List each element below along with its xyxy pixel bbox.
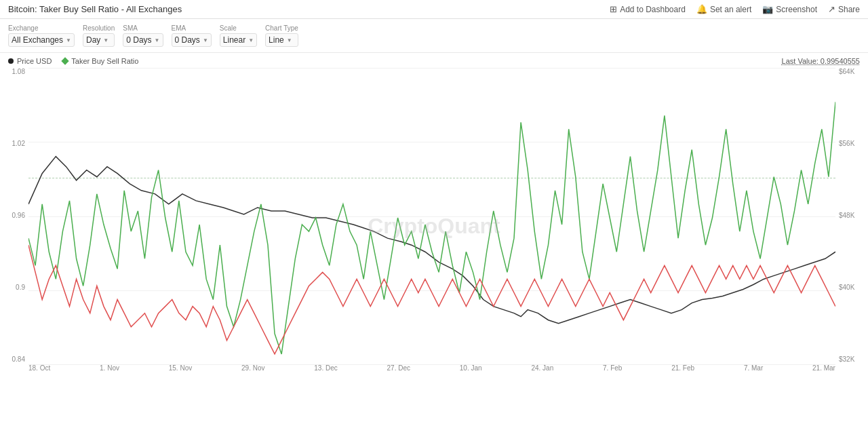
ema-control: EMA 0 Days ▼: [172, 24, 212, 47]
x-label-4: 13. Dec: [314, 364, 337, 372]
taker-ratio-line: [28, 102, 835, 354]
x-label-11: 21. Mar: [812, 364, 835, 372]
x-label-8: 7. Feb: [603, 364, 622, 372]
chart-type-control: Chart Type Line ▼: [265, 24, 298, 47]
sma-label: SMA: [123, 24, 163, 32]
y-right-label-2: $48K: [839, 212, 854, 219]
chart-svg: [28, 68, 835, 364]
y-right-label-0: $64K: [839, 68, 854, 75]
chevron-down-icon: ▼: [248, 37, 254, 43]
x-label-5: 27. Dec: [387, 364, 410, 372]
chart-type-select[interactable]: Line ▼: [265, 33, 298, 47]
chart-type-label: Chart Type: [265, 24, 298, 32]
y-right-label-1: $56K: [839, 140, 854, 147]
x-label-9: 21. Feb: [671, 364, 694, 372]
x-label-7: 24. Jan: [531, 364, 553, 372]
ema-label: EMA: [172, 24, 212, 32]
exchange-select[interactable]: All Exchanges ▼: [8, 33, 75, 47]
chevron-down-icon: ▼: [66, 37, 71, 43]
set-alert-button[interactable]: 🔔 Set an alert: [696, 4, 751, 14]
taker-ratio-diamond: [62, 57, 69, 64]
resolution-select[interactable]: Day ▼: [83, 33, 115, 47]
chevron-down-icon: ▼: [103, 37, 108, 43]
price-usd-dot: [8, 58, 14, 64]
legend-bar: Price USD Taker Buy Sell Ratio Last Valu…: [0, 53, 868, 68]
y-left-label-2: 0.96: [12, 212, 25, 219]
x-axis: 18. Oct 1. Nov 15. Nov 29. Nov 13. Dec 2…: [28, 364, 835, 383]
scale-control: Scale Linear ▼: [220, 24, 257, 47]
x-label-0: 18. Oct: [28, 364, 50, 372]
y-right-label-3: $40K: [839, 284, 854, 291]
scale-label: Scale: [220, 24, 257, 32]
header-actions: ⊞ Add to Dashboard 🔔 Set an alert 📷 Scre…: [610, 4, 860, 14]
dashboard-icon: ⊞: [610, 4, 617, 14]
scale-select[interactable]: Linear ▼: [220, 33, 257, 47]
y-axis-left: 1.08 1.02 0.96 0.9 0.84: [0, 68, 28, 363]
legend-items: Price USD Taker Buy Sell Ratio: [8, 57, 138, 65]
sell-ratio-line: [28, 245, 835, 354]
resolution-label: Resolution: [83, 24, 115, 32]
bell-icon: 🔔: [696, 4, 707, 14]
exchange-label: Exchange: [8, 24, 75, 32]
exchange-control: Exchange All Exchanges ▼: [8, 24, 75, 47]
legend-taker-ratio: Taker Buy Sell Ratio: [62, 57, 138, 65]
x-label-10: 7. Mar: [744, 364, 763, 372]
x-label-3: 29. Nov: [241, 364, 264, 372]
x-label-2: 15. Nov: [169, 364, 192, 372]
controls-bar: Exchange All Exchanges ▼ Resolution Day …: [0, 19, 868, 53]
ema-select[interactable]: 0 Days ▼: [172, 33, 212, 47]
x-label-6: 10. Jan: [460, 364, 482, 372]
chevron-down-icon: ▼: [287, 37, 292, 43]
share-icon: ↗: [828, 4, 835, 14]
page-title: Bitcoin: Taker Buy Sell Ratio - All Exch…: [8, 4, 182, 14]
camera-icon: 📷: [762, 4, 773, 14]
sma-select[interactable]: 0 Days ▼: [123, 33, 163, 47]
price-usd-line: [28, 157, 835, 324]
header-bar: Bitcoin: Taker Buy Sell Ratio - All Exch…: [0, 0, 868, 19]
resolution-control: Resolution Day ▼: [83, 24, 115, 47]
y-left-label-4: 0.84: [12, 355, 25, 363]
last-value-label: Last Value: 0.99540555: [782, 57, 860, 65]
share-button[interactable]: ↗ Share: [828, 4, 860, 14]
legend-price-usd: Price USD: [8, 57, 52, 65]
sma-control: SMA 0 Days ▼: [123, 24, 163, 47]
screenshot-button[interactable]: 📷 Screenshot: [762, 4, 817, 14]
y-left-label-3: 0.9: [16, 284, 25, 291]
x-label-1: 1. Nov: [100, 364, 119, 372]
y-left-label-0: 1.08: [12, 68, 25, 75]
chevron-down-icon: ▼: [155, 37, 160, 43]
y-axis-right: $64K $56K $48K $40K $32K: [835, 68, 868, 363]
add-to-dashboard-button[interactable]: ⊞ Add to Dashboard: [610, 4, 686, 14]
chart-container: 1.08 1.02 0.96 0.9 0.84 $64K $56K $48K $…: [0, 68, 868, 383]
y-right-label-4: $32K: [839, 355, 854, 363]
chevron-down-icon: ▼: [203, 37, 208, 43]
y-left-label-1: 1.02: [12, 140, 25, 147]
